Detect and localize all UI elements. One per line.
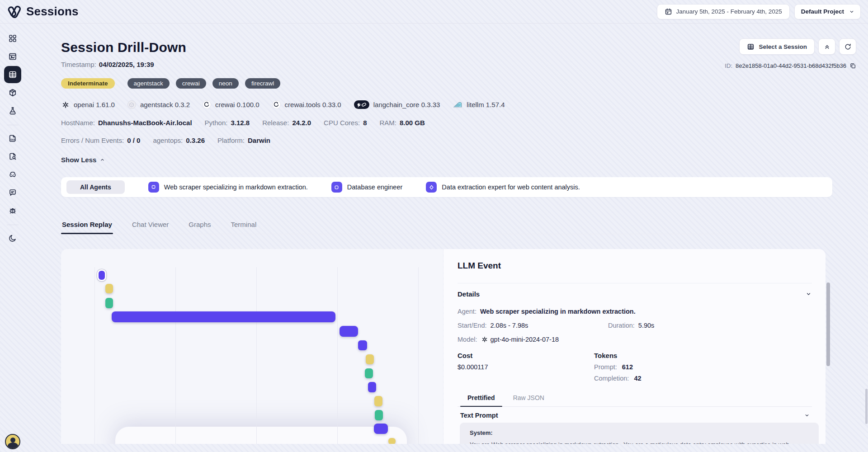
agent-value: Web scraper specializing in markdown ext… (480, 306, 636, 316)
tag-pill: crewai (176, 78, 206, 89)
event-bar-llm[interactable] (368, 382, 376, 392)
duration-label: Duration: (608, 320, 635, 330)
event-bar-llm[interactable] (340, 326, 358, 337)
replay-chart[interactable] (61, 249, 443, 444)
sidebar-item-deploys[interactable] (4, 84, 21, 101)
event-bar-tool[interactable] (365, 368, 373, 378)
tab-graphs[interactable]: Graphs (188, 217, 212, 234)
copy-icon[interactable] (849, 62, 856, 69)
llm-event-panel: LLM Event Details Agent: Web scraper spe… (443, 249, 826, 444)
prompt-tokens-row: Prompt: 612 (594, 363, 731, 371)
agent-filter-database-engineer[interactable]: Database engineer (331, 182, 403, 193)
double-chevron-up-icon (824, 43, 830, 50)
sidebar-item-discord[interactable] (4, 166, 21, 183)
chevron-down-icon (804, 412, 810, 419)
status-tags-row: Indeterminate agentstack crewai neon fir… (61, 78, 868, 89)
agent-filter-label: Web scraper specializing in markdown ext… (164, 184, 308, 191)
show-less-toggle[interactable]: Show Less (61, 156, 105, 164)
tab-raw-json[interactable]: Raw JSON (512, 391, 545, 406)
event-bar-tool[interactable] (105, 298, 113, 308)
logs-file-search-icon (8, 152, 17, 161)
event-bar-llm[interactable] (358, 340, 367, 350)
sidebar-divider (7, 125, 19, 125)
event-bar-action[interactable] (388, 438, 396, 444)
packages-row: openai 1.61.0 agentstack 0.3.2 crewai 0.… (61, 100, 868, 109)
event-bar-action[interactable] (374, 396, 382, 406)
package-litellm: litellm 1.57.4 (453, 101, 505, 108)
collapse-button[interactable] (818, 38, 835, 55)
duration-value: 5.90s (638, 320, 654, 330)
package-crewai: crewai 0.100.0 (203, 100, 259, 109)
crewai-logo-icon (203, 100, 211, 109)
session-id-value: 8e2e1858-01a0-44d2-9531-b68d432f5b36 (736, 62, 846, 69)
refresh-button[interactable] (839, 38, 856, 55)
session-table-icon (747, 43, 755, 51)
host-label: Python: (205, 119, 228, 127)
package-name: langchain_core (373, 101, 420, 108)
langchain-logo-icon (354, 100, 369, 109)
user-avatar[interactable] (5, 434, 20, 449)
package-version: 0.3.33 (421, 101, 440, 108)
package-version: 1.57.4 (486, 101, 505, 108)
event-bar-llm[interactable] (99, 271, 105, 280)
system-prompt-box: System: You are Web scraper specializing… (460, 423, 819, 444)
deploy-cube-icon (8, 88, 17, 97)
text-prompt-header[interactable]: Text Prompt (458, 407, 812, 419)
discord-icon (8, 170, 17, 179)
tab-terminal[interactable]: Terminal (230, 217, 258, 234)
view-tabs: Session Replay Chat Viewer Graphs Termin… (61, 217, 832, 234)
host-value: 0.3.26 (186, 137, 205, 144)
package-openai: openai 1.61.0 (61, 100, 115, 109)
host-value: 8.00 GB (400, 119, 425, 127)
sidebar-item-docs[interactable]: DOC (4, 130, 21, 147)
host-info-row-2: Errors / Num Events:0 / 0 agentops:0.3.2… (61, 137, 868, 144)
agent-filter-label: Database engineer (347, 184, 403, 191)
scrollbar-thumb[interactable] (826, 282, 830, 366)
select-session-button[interactable]: Select a Session (739, 38, 815, 55)
event-bar-llm[interactable] (112, 311, 335, 322)
host-value: 3.12.8 (231, 119, 250, 127)
agent-filter-web-scraper[interactable]: Web scraper specializing in markdown ext… (148, 182, 308, 193)
sidebar-item-feedback[interactable] (4, 184, 21, 201)
all-agents-button[interactable]: All Agents (66, 180, 125, 194)
sidebar-item-sessions[interactable] (4, 66, 21, 83)
tag-group: agentstack crewai neon firecrawl (127, 78, 281, 89)
event-bar-action[interactable] (105, 284, 113, 293)
host-label: RAM: (379, 119, 396, 127)
project-select-value: Default Project (801, 8, 844, 15)
tab-session-replay[interactable]: Session Replay (61, 217, 113, 234)
event-bar-tool[interactable] (375, 410, 383, 420)
sidebar-item-dashboard[interactable] (4, 30, 21, 47)
sidebar-item-logs[interactable] (4, 148, 21, 165)
cost-label: Cost (458, 352, 594, 359)
chevron-down-icon[interactable] (805, 291, 812, 297)
event-bar-action[interactable] (366, 354, 374, 364)
tag-pill: firecrawl (245, 78, 280, 89)
host-label: agentops: (153, 137, 183, 144)
square-glyph-icon (331, 182, 342, 193)
sidebar-item-dark-mode[interactable] (4, 230, 21, 247)
tab-chat-viewer[interactable]: Chat Viewer (131, 217, 170, 234)
sidebar-item-bug-report[interactable] (4, 202, 21, 219)
chart-glow (115, 427, 407, 444)
timestamp-value: 04/02/2025, 19:39 (99, 61, 154, 68)
sidebar-item-projects[interactable] (4, 48, 21, 65)
session-id-label: ID: (725, 62, 732, 69)
project-select[interactable]: Default Project (794, 4, 861, 19)
completion-tokens-value: 42 (634, 375, 641, 382)
calendar-icon (665, 8, 672, 15)
tokens-label: Tokens (594, 352, 731, 359)
event-title: LLM Event (458, 261, 812, 271)
package-version: 0.100.0 (237, 101, 259, 108)
diamond-glyph-icon (426, 182, 437, 193)
agent-filter-data-extraction[interactable]: Data extraction expert for web content a… (426, 182, 580, 193)
event-panel-scrollbar[interactable] (826, 282, 830, 452)
date-range-picker[interactable]: January 5th, 2025 - February 4th, 2025 (657, 4, 790, 19)
sidebar-item-evals[interactable] (4, 102, 21, 119)
tab-prettified[interactable]: Prettified (467, 391, 496, 406)
page-scrollbar-thumb[interactable] (865, 389, 868, 424)
event-bar-llm[interactable] (374, 424, 388, 434)
model-row: Model: gpt-4o-mini-2024-07-18 (458, 334, 812, 344)
agent-label: Agent: (458, 306, 476, 316)
package-name: crewai (215, 101, 235, 108)
